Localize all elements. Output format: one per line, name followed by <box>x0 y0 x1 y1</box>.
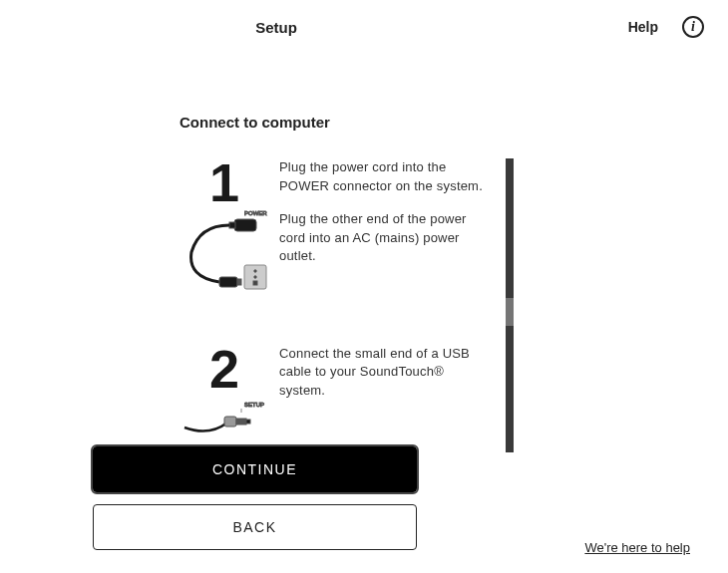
step-2: 2 SETUP Connect the small end of a <box>180 345 489 443</box>
step-1-text-a: Plug the power cord into the POWER conne… <box>279 158 489 196</box>
svg-rect-7 <box>253 281 257 285</box>
step-number-2: 2 <box>207 345 241 394</box>
svg-point-6 <box>254 275 256 277</box>
power-label: POWER <box>244 210 267 216</box>
svg-rect-3 <box>237 279 241 285</box>
info-icon[interactable]: i <box>682 16 704 38</box>
content-area: Connect to computer 1 POWER <box>0 54 728 452</box>
svg-rect-9 <box>236 419 246 425</box>
page-title: Setup <box>255 19 297 36</box>
setup-label: SETUP <box>244 402 264 408</box>
steps-viewport: 1 POWER <box>180 158 489 452</box>
usb-cable-illustration: SETUP <box>180 393 269 442</box>
header-right: Help i <box>628 16 704 38</box>
steps-container: 1 POWER <box>180 158 499 452</box>
svg-point-5 <box>254 269 256 271</box>
svg-rect-2 <box>219 277 237 287</box>
svg-rect-10 <box>246 420 250 424</box>
continue-button[interactable]: CONTINUE <box>93 446 417 492</box>
header-bar: Setup Help i <box>0 0 728 54</box>
section-title: Connect to computer <box>180 114 728 131</box>
button-group: CONTINUE BACK <box>93 446 417 562</box>
step-2-text: Connect the small end of a USB cable to … <box>279 345 489 443</box>
scrollbar-thumb[interactable] <box>506 298 514 326</box>
help-footer-link[interactable]: We're here to help <box>584 540 690 555</box>
svg-rect-8 <box>224 417 236 427</box>
step-1-text: Plug the power cord into the POWER conne… <box>279 158 489 307</box>
back-button[interactable]: BACK <box>93 504 417 550</box>
step-number-1: 1 <box>207 158 241 207</box>
svg-rect-1 <box>229 222 235 228</box>
power-cord-illustration: POWER <box>180 207 269 307</box>
step-2-text-a: Connect the small end of a USB cable to … <box>279 345 489 402</box>
step-1-text-b: Plug the other end of the power cord int… <box>279 210 489 267</box>
help-link[interactable]: Help <box>628 19 658 35</box>
svg-rect-0 <box>234 219 256 231</box>
step-1: 1 POWER <box>180 158 489 307</box>
